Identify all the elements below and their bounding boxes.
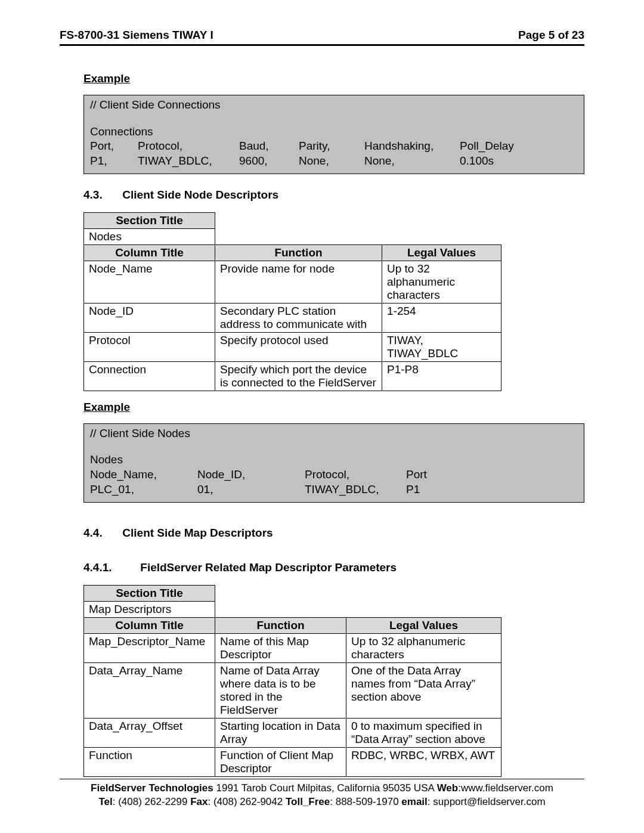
th-function: Function (215, 617, 346, 633)
table-row: ConnectionSpecify which port the device … (84, 361, 501, 391)
th-column-title: Column Title (84, 617, 215, 633)
header-left: FS-8700-31 Siemens TIWAY I (60, 29, 213, 42)
td-section-value: Map Descriptors (84, 601, 215, 617)
example-label-2: Example (83, 401, 584, 414)
code-value-row: P1, TIWAY_BDLC, 9600, None, None, 0.100s (90, 154, 578, 169)
code-section: Connections (90, 125, 578, 140)
table-row: FunctionFunction of Client Map Descripto… (84, 747, 501, 776)
table-node-descriptors: Section Title Nodes Column Title Functio… (83, 212, 501, 391)
header-right: Page 5 of 23 (518, 29, 584, 42)
heading-4-3: 4.3. Client Side Node Descriptors (83, 188, 584, 202)
table-map-descriptors: Section Title Map Descriptors Column Tit… (83, 585, 501, 777)
code-section: Nodes (90, 453, 578, 467)
table-row: ProtocolSpecify protocol usedTIWAY, TIWA… (84, 332, 501, 361)
table-row: Map_Descriptor_NameName of this Map Desc… (84, 633, 501, 662)
code-block-nodes: // Client Side Nodes Nodes Node_Name, No… (83, 423, 584, 503)
th-section-title: Section Title (84, 585, 215, 601)
code-block-connections: // Client Side Connections Connections P… (83, 95, 584, 174)
th-section-title: Section Title (84, 212, 215, 228)
code-comment: // Client Side Connections (90, 98, 578, 113)
page-content: Example // Client Side Connections Conne… (60, 46, 584, 777)
heading-4-4: 4.4. Client Side Map Descriptors (83, 527, 584, 540)
code-header-row: Port, Protocol, Baud, Parity, Handshakin… (90, 139, 578, 154)
code-header-row: Node_Name, Node_ID, Protocol, Port (90, 467, 578, 482)
table-row: Data_Array_OffsetStarting location in Da… (84, 718, 501, 747)
table-row: Node_IDSecondary PLC station address to … (84, 303, 501, 332)
page-footer: FieldServer Technologies 1991 Tarob Cour… (60, 779, 584, 809)
table-row: Data_Array_NameName of Data Array where … (84, 662, 501, 718)
page-header: FS-8700-31 Siemens TIWAY I Page 5 of 23 (60, 29, 584, 46)
th-legal: Legal Values (382, 244, 501, 261)
td-section-value: Nodes (84, 228, 215, 244)
table-row: Node_NameProvide name for nodeUp to 32 a… (84, 261, 501, 303)
th-legal: Legal Values (346, 617, 501, 633)
example-label-1: Example (83, 72, 584, 85)
th-function: Function (215, 244, 382, 261)
th-column-title: Column Title (84, 244, 215, 261)
code-comment: // Client Side Nodes (90, 426, 578, 441)
code-value-row: PLC_01, 01, TIWAY_BDLC, P1 (90, 482, 578, 497)
heading-4-4-1: 4.4.1. FieldServer Related Map Descripto… (83, 561, 584, 574)
